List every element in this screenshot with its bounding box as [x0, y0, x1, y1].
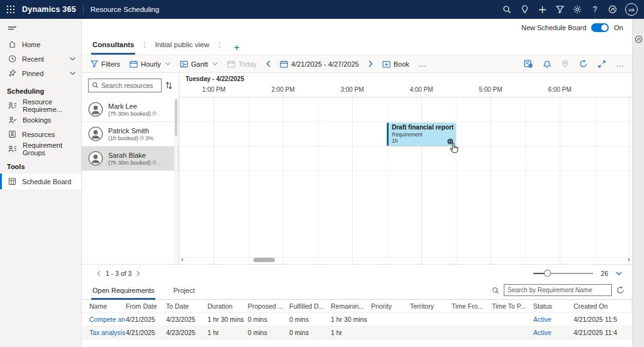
today-label: Today: [238, 60, 257, 68]
resource-booked-detail: (7h 30m booked) .: [108, 160, 160, 166]
sort-icon[interactable]: [165, 82, 172, 89]
copilot-icon[interactable]: [604, 5, 621, 14]
tab-initial-public-view[interactable]: Initial public view: [153, 41, 210, 55]
column-header[interactable]: Time To P...: [492, 300, 533, 312]
sidebar-item-resources[interactable]: Resources: [0, 127, 81, 141]
resource-search-box[interactable]: [88, 79, 162, 92]
column-header[interactable]: Remainin...: [331, 300, 371, 312]
booking-block-draft-financial-report[interactable]: Draft financial report for Requirement 1…: [387, 123, 456, 146]
cell-proposed: 0 mins: [248, 329, 289, 336]
add-board-tab-icon[interactable]: +: [229, 45, 240, 55]
settings-gear-icon[interactable]: [569, 5, 586, 14]
column-header[interactable]: Status: [533, 300, 574, 312]
sidebar-item-recent[interactable]: Recent: [0, 52, 81, 66]
time-tick: 1:00 PM: [202, 86, 225, 93]
board-settings-icon[interactable]: [524, 60, 533, 68]
sidebar-item-bookings[interactable]: Bookings: [0, 113, 81, 127]
user-avatar[interactable]: ua: [625, 3, 638, 16]
column-header[interactable]: Created On: [574, 300, 632, 312]
table-row[interactable]: Compete analy 4/21/2025 4/23/2025 1 hr 3…: [82, 313, 632, 326]
more-icon[interactable]: …: [616, 60, 625, 69]
resource-row-sarah-blake[interactable]: Sarah Blake (7h 30m booked) .: [82, 146, 179, 171]
schedule-grid: Tuesday - 4/22/2025 1:00 PM 2:00 PM 3:00…: [179, 73, 632, 264]
expand-fullscreen-icon[interactable]: [598, 60, 606, 68]
help-icon[interactable]: ?: [586, 5, 604, 14]
column-header[interactable]: Duration: [208, 300, 248, 312]
sidebar-collapse-icon[interactable]: [0, 23, 81, 37]
chevron-down-icon[interactable]: [70, 72, 75, 75]
sidebar-item-home[interactable]: Home: [0, 37, 81, 52]
booked-hours-icon: [152, 111, 157, 116]
scroll-left-icon[interactable]: [181, 258, 183, 262]
map-pin-icon[interactable]: [562, 60, 569, 68]
tab-options-icon[interactable]: ⋮: [211, 41, 229, 55]
column-header[interactable]: Territory: [410, 300, 452, 312]
scrollbar-thumb[interactable]: [253, 258, 275, 262]
search-requirement-input[interactable]: [508, 287, 608, 294]
cell-duration: 1 hr: [208, 329, 248, 336]
more-commands-icon[interactable]: …: [419, 60, 427, 69]
filter-icon[interactable]: [551, 6, 569, 13]
table-row[interactable]: Tax analysis 4/21/2025 4/23/2025 1 hr 0 …: [82, 326, 632, 339]
search-resources-input[interactable]: [101, 82, 158, 89]
refresh-icon[interactable]: [579, 60, 587, 68]
status-link[interactable]: Active: [533, 316, 574, 323]
schedule-board: Mark Lee (7h 30m booked) . Patrick Smith: [82, 73, 632, 264]
search-icon[interactable]: [492, 287, 499, 294]
app-title[interactable]: Dynamics 365: [22, 5, 76, 14]
zoom-slider-handle[interactable]: [544, 270, 551, 277]
page-previous-icon[interactable]: [92, 270, 106, 277]
view-mode-dropdown[interactable]: Hourly: [130, 60, 170, 68]
resource-list-scrollbar[interactable]: [174, 98, 178, 263]
filters-button[interactable]: Filters: [91, 60, 120, 68]
column-header[interactable]: From Date: [126, 300, 166, 312]
sidebar-item-requirement-groups[interactable]: Requirement Groups: [0, 141, 81, 156]
new-schedule-board-toggle[interactable]: [591, 23, 609, 32]
sidebar-item-resource-requirements[interactable]: Resource Requireme...: [0, 98, 81, 113]
chevron-down-icon[interactable]: [616, 272, 622, 275]
board-header-row: New Schedule Board On: [82, 19, 632, 36]
previous-week-icon[interactable]: [266, 60, 270, 67]
page-next-icon[interactable]: [131, 270, 145, 277]
column-header[interactable]: Fulfilled D...: [289, 300, 331, 312]
date-range-picker[interactable]: 4/21/2025 - 4/27/2025: [280, 60, 359, 68]
copilot-icon[interactable]: [635, 35, 643, 43]
funnel-icon: [91, 60, 98, 67]
area-title[interactable]: Resource Scheduling: [91, 6, 159, 13]
column-header[interactable]: To Date: [166, 300, 208, 312]
requirement-search-box[interactable]: [504, 284, 612, 296]
book-button[interactable]: Book: [382, 60, 409, 68]
tab-consultants[interactable]: Consultants: [91, 41, 135, 55]
tab-options-icon[interactable]: ⋮: [135, 41, 153, 55]
notifications-bell-icon[interactable]: [543, 60, 551, 68]
zoom-slider[interactable]: [533, 273, 593, 274]
column-header[interactable]: Proposed ...: [248, 300, 289, 312]
tab-open-requirements[interactable]: Open Requirements: [91, 287, 155, 300]
sidebar-item-pinned[interactable]: Pinned: [0, 66, 81, 80]
column-header[interactable]: Time Fro...: [452, 300, 492, 312]
refresh-icon[interactable]: [616, 286, 625, 294]
column-header[interactable]: Priority: [371, 300, 410, 312]
horizontal-scrollbar[interactable]: [181, 256, 630, 263]
add-icon[interactable]: [533, 6, 551, 14]
search-icon[interactable]: [498, 5, 516, 14]
resource-row-mark-lee[interactable]: Mark Lee (7h 30m booked) .: [82, 97, 179, 122]
next-week-icon[interactable]: [369, 60, 373, 67]
sidebar-item-schedule-board[interactable]: Schedule Board: [0, 174, 81, 189]
avatar: [88, 126, 103, 141]
day-header: Tuesday - 4/22/2025: [179, 73, 632, 85]
zoom-value: 26: [601, 270, 608, 277]
column-header[interactable]: Name: [89, 300, 126, 312]
waffle-icon[interactable]: [0, 6, 22, 13]
today-button[interactable]: Today: [227, 60, 257, 68]
display-mode-dropdown[interactable]: Gantt: [180, 60, 218, 68]
lightbulb-icon[interactable]: [516, 5, 533, 14]
tab-project[interactable]: Project: [172, 287, 196, 300]
resource-row-patrick-smith[interactable]: Patrick Smith (1h booked) 3%: [82, 122, 179, 146]
scroll-right-icon[interactable]: [628, 258, 630, 262]
chevron-down-icon[interactable]: [70, 57, 75, 60]
status-link[interactable]: Active: [533, 329, 574, 336]
requirement-name-link[interactable]: Tax analysis: [89, 329, 126, 336]
grid-cells-area[interactable]: Draft financial report for Requirement 1…: [179, 97, 632, 264]
requirement-name-link[interactable]: Compete analy: [89, 316, 126, 323]
